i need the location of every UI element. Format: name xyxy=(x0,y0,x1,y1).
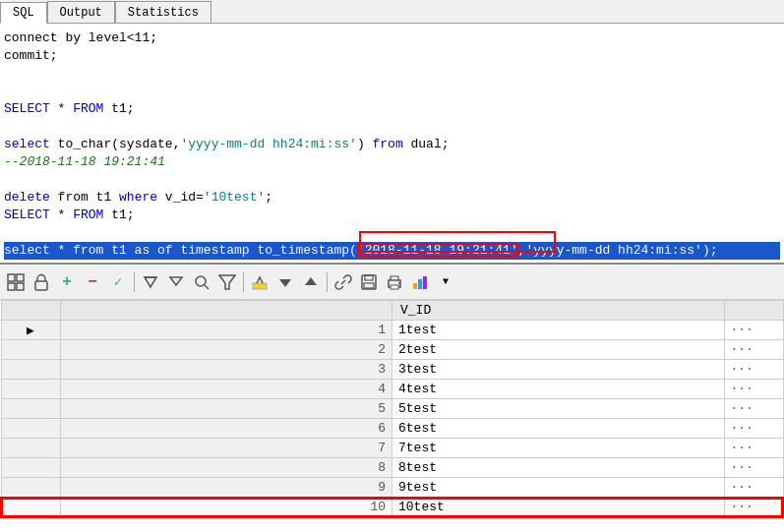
table-header-row: V_ID xyxy=(1,301,783,321)
grid-view-icon[interactable] xyxy=(4,270,28,294)
svg-rect-21 xyxy=(418,279,422,289)
tab-sql[interactable]: SQL xyxy=(0,2,47,24)
row-val-8: 9test xyxy=(392,478,725,498)
svg-rect-18 xyxy=(391,285,398,289)
row-indicator-4 xyxy=(1,399,60,419)
svg-marker-12 xyxy=(279,279,291,287)
row-dots-9: ··· xyxy=(724,498,783,517)
row-num-1: 2 xyxy=(60,340,392,360)
row-val-5: 6test xyxy=(392,419,725,439)
search-icon[interactable] xyxy=(190,270,213,294)
table-row: 10 10test ··· xyxy=(1,498,783,517)
save-icon[interactable] xyxy=(357,270,381,294)
remove-row-icon[interactable]: − xyxy=(81,270,104,294)
tab-bar: SQL Output Statistics xyxy=(0,0,784,24)
row-num-3: 4 xyxy=(60,380,392,399)
code-line-11: SELECT * FROM t1; xyxy=(4,207,780,224)
table-row: 6 6test ··· xyxy=(1,419,783,439)
code-line-13-selected: select * from t1 as of timestamp to_time… xyxy=(4,242,780,260)
row-dots-6: ··· xyxy=(724,439,783,458)
row-num-4: 5 xyxy=(60,399,392,419)
table-row: 5 5test ··· xyxy=(1,399,783,419)
svg-rect-2 xyxy=(8,283,15,290)
sep3 xyxy=(327,272,328,292)
code-line-4 xyxy=(4,83,780,100)
code-line-6 xyxy=(4,118,780,136)
sep1 xyxy=(134,272,135,292)
row-dots-3: ··· xyxy=(724,380,783,399)
code-line-8: --2018-11-18 19:21:41 xyxy=(4,153,780,171)
svg-marker-10 xyxy=(219,275,235,289)
svg-rect-1 xyxy=(17,274,24,281)
row-indicator-7 xyxy=(1,458,60,478)
sep2 xyxy=(243,272,244,292)
svg-rect-3 xyxy=(17,283,24,290)
row-indicator-6 xyxy=(1,439,60,458)
data-table: V_ID ▶ 1 1test ··· 2 2test ··· 3 3test ·… xyxy=(0,300,784,518)
svg-rect-22 xyxy=(423,276,427,289)
col-vid-header: V_ID xyxy=(392,301,725,321)
table-row: 3 3test ··· xyxy=(1,360,783,380)
code-line-7: select to_char(sysdate,'yyyy-mm-dd hh24:… xyxy=(4,136,780,153)
col-indicator-header xyxy=(1,301,60,321)
chart-dropdown-icon[interactable]: ▼ xyxy=(434,270,457,294)
lock-icon[interactable] xyxy=(30,270,53,294)
col-extra-header xyxy=(724,301,783,321)
svg-rect-16 xyxy=(364,283,374,288)
sql-editor[interactable]: connect by level<11; commit; SELECT * FR… xyxy=(0,24,784,265)
commit-icon[interactable]: ✓ xyxy=(106,270,130,294)
tab-output[interactable]: Output xyxy=(47,1,115,23)
row-val-3: 4test xyxy=(392,380,725,399)
row-indicator-3 xyxy=(1,380,60,399)
row-val-1: 2test xyxy=(392,340,725,360)
code-line-10: delete from t1 where v_id='10test'; xyxy=(4,189,780,207)
row-indicator-1 xyxy=(1,340,60,360)
row-dots-0: ··· xyxy=(724,321,783,340)
row-val-7: 8test xyxy=(392,458,725,478)
results-toolbar: + − ✓ ▼ xyxy=(0,265,784,300)
code-line-5: SELECT * FROM t1; xyxy=(4,100,780,118)
svg-line-9 xyxy=(205,285,209,289)
row-num-7: 8 xyxy=(60,458,392,478)
tab-statistics[interactable]: Statistics xyxy=(115,1,211,23)
add-row-icon[interactable]: + xyxy=(55,270,79,294)
row-num-8: 9 xyxy=(60,478,392,498)
fetch-next-icon[interactable] xyxy=(164,270,188,294)
code-line-1: connect by level<11; xyxy=(4,30,780,47)
svg-rect-20 xyxy=(413,283,417,289)
filter-icon[interactable] xyxy=(215,270,239,294)
table-row: 2 2test ··· xyxy=(1,340,783,360)
svg-marker-5 xyxy=(145,277,156,287)
row-val-9: 10test xyxy=(392,498,725,517)
table-row: 4 4test ··· xyxy=(1,380,783,399)
code-line-3 xyxy=(4,65,780,83)
svg-point-8 xyxy=(196,276,206,286)
row-num-6: 7 xyxy=(60,439,392,458)
fetch-all-icon[interactable] xyxy=(139,270,162,294)
svg-point-19 xyxy=(398,282,400,284)
row-num-9: 10 xyxy=(60,498,392,517)
code-line-12 xyxy=(4,224,780,242)
table-row: ▶ 1 1test ··· xyxy=(1,321,783,340)
svg-rect-0 xyxy=(8,274,15,281)
svg-rect-11 xyxy=(253,283,267,289)
row-indicator-9 xyxy=(1,498,60,517)
code-line-9 xyxy=(4,171,780,189)
table-row: 8 8test ··· xyxy=(1,458,783,478)
down-arrow-icon[interactable] xyxy=(273,270,297,294)
up-arrow-icon[interactable] xyxy=(299,270,323,294)
row-num-2: 3 xyxy=(60,360,392,380)
row-indicator-0: ▶ xyxy=(1,321,60,340)
row-indicator-5 xyxy=(1,419,60,439)
link-icon[interactable] xyxy=(332,270,355,294)
chart-icon[interactable] xyxy=(408,270,432,294)
export-icon[interactable] xyxy=(248,270,271,294)
row-val-2: 3test xyxy=(392,360,725,380)
row-dots-8: ··· xyxy=(724,478,783,498)
row-num-0: 1 xyxy=(60,321,392,340)
print-icon[interactable] xyxy=(383,270,406,294)
code-line-2: commit; xyxy=(4,47,780,65)
row-val-4: 5test xyxy=(392,399,725,419)
results-grid: V_ID ▶ 1 1test ··· 2 2test ··· 3 3test ·… xyxy=(0,300,784,532)
row-dots-1: ··· xyxy=(724,340,783,360)
